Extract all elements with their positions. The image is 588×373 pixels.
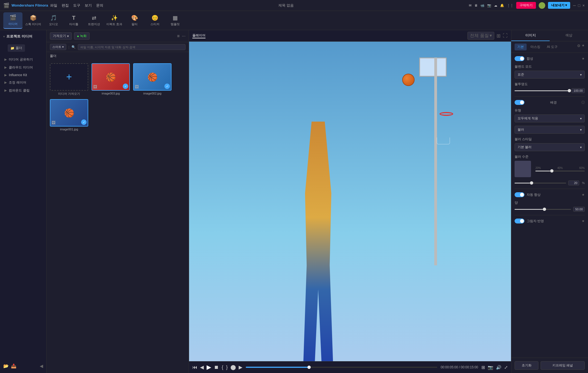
image002-thumb[interactable]: 🏀 🖼 ✓: [133, 63, 172, 91]
filter-sort-icon[interactable]: ≡: [177, 34, 179, 39]
selected-check-icon-2: ✓: [164, 84, 170, 89]
progress-thumb[interactable]: [307, 366, 311, 369]
sidebar-item-compound-clip[interactable]: ▶ 컴파운드 클립: [0, 87, 46, 94]
blur-level-track[interactable]: [535, 171, 585, 171]
import-button[interactable]: 가져오기 ▾: [50, 32, 72, 40]
amount-thumb[interactable]: [543, 208, 546, 211]
tool-stock[interactable]: 📦 스톡 미디어: [24, 12, 43, 29]
apps-icon[interactable]: ⋮⋮: [507, 4, 513, 7]
search-input[interactable]: [78, 44, 185, 50]
subtab-masking[interactable]: 마스킹: [528, 44, 543, 50]
tool-title[interactable]: T 타이틀: [64, 12, 83, 29]
playback-controls: ⏮ ◀ ▶ ⏹ { } ⬤ ▶: [192, 364, 242, 371]
tool-effect[interactable]: ✨ 이펙트 효과: [105, 12, 124, 29]
tab-player[interactable]: 플레이어: [192, 33, 205, 38]
blend-mode-section: 블렌드 모드 표준 ▾: [515, 64, 585, 79]
add-folder-icon[interactable]: 📂: [3, 363, 9, 369]
import-icon[interactable]: 📥: [11, 363, 16, 369]
skip-back-icon[interactable]: ⏮: [192, 365, 197, 370]
tool-template[interactable]: ▦ 템플릿: [165, 12, 185, 29]
maximize-button[interactable]: □: [578, 3, 580, 8]
tool-transition[interactable]: ⇄ 트랜지션: [84, 12, 104, 29]
bracket-out-icon[interactable]: }: [226, 365, 228, 370]
subtab-ai-tools[interactable]: AI 도구: [544, 44, 560, 50]
collapse-sidebar-icon[interactable]: ◀: [40, 363, 43, 369]
background-toggle[interactable]: [515, 100, 524, 105]
frame-back-icon[interactable]: ◀: [200, 364, 204, 370]
chevron-right-icon: ▶: [4, 58, 7, 61]
blur-full-thumb[interactable]: [530, 181, 533, 185]
menu-file[interactable]: 파일: [50, 3, 57, 8]
import-thumb[interactable]: +: [50, 63, 88, 91]
title-text-icon: T: [72, 15, 75, 21]
menu-tools[interactable]: 도구: [73, 3, 80, 8]
menu-view[interactable]: 보기: [85, 3, 92, 8]
mail-icon[interactable]: ✉: [469, 4, 472, 7]
quality-select[interactable]: 전체 품질 ▾: [467, 32, 494, 40]
cloud-icon[interactable]: ☁: [494, 4, 497, 7]
bg-style-section: 블러 ▾: [515, 126, 585, 134]
shadow-toggle[interactable]: [515, 219, 524, 223]
export-button[interactable]: 내보내기 ▾: [548, 2, 570, 9]
volume-icon[interactable]: 🔊: [496, 365, 501, 370]
play-button[interactable]: ▶: [207, 364, 211, 371]
mark-in-icon[interactable]: ⬤: [230, 364, 236, 370]
sidebar-item-cloud-media[interactable]: ▶ 클라우드 미디어: [0, 64, 46, 71]
blur-full-track[interactable]: [515, 183, 566, 183]
keyframe-panel-button[interactable]: 키프레임 패널: [541, 361, 585, 370]
bracket-in-icon[interactable]: {: [222, 365, 223, 370]
image002-label: image002.jpg: [143, 92, 161, 95]
opacity-thumb[interactable]: [568, 89, 571, 92]
minimize-button[interactable]: ─: [573, 3, 576, 8]
import-label-text: 미디어 가져오기: [58, 92, 80, 96]
blur-level-thumb[interactable]: [550, 169, 553, 173]
stop-button[interactable]: ⏹: [214, 365, 219, 370]
close-button[interactable]: ×: [583, 3, 585, 8]
screen-record-icon[interactable]: 📹: [480, 4, 484, 7]
blur-style-dropdown[interactable]: 블러 ▾: [515, 126, 585, 134]
tool-filter[interactable]: 🎨 필터: [125, 12, 144, 29]
frame-forward-icon[interactable]: ▶: [239, 364, 242, 370]
snapshot-icon[interactable]: 📷: [487, 4, 491, 7]
resize-preview-icon[interactable]: ⤢: [504, 365, 508, 370]
subtab-basic[interactable]: 기본: [515, 44, 527, 50]
timeline-progress-bar[interactable]: [246, 367, 437, 368]
image001-thumb[interactable]: 🏀 🖼 ✓: [50, 99, 88, 127]
more-options-icon[interactable]: ···: [182, 34, 185, 39]
buy-button[interactable]: 구매하기: [516, 2, 536, 9]
reset-button[interactable]: 초기화: [515, 361, 538, 370]
tool-sticker[interactable]: 😊 스티커: [145, 12, 164, 29]
sidebar-item-adjust-layer[interactable]: ▶ 조정 레이어: [0, 79, 46, 87]
user-avatar[interactable]: [539, 2, 545, 9]
blur-style-value-dropdown[interactable]: 기본 블러 ▾: [515, 143, 585, 151]
preview-tabs: 플레이어: [192, 33, 205, 38]
menu-edit[interactable]: 편집: [62, 3, 69, 8]
auto-enhance-toggle[interactable]: [515, 192, 524, 197]
grid-view-icon[interactable]: ⊞: [496, 33, 501, 39]
safe-area-icon[interactable]: ⊞: [481, 365, 485, 370]
amount-track[interactable]: [515, 209, 571, 210]
blend-mode-dropdown[interactable]: 표준 ▾: [515, 71, 585, 79]
notification-icon[interactable]: 🔔: [500, 4, 504, 7]
monitor-icon[interactable]: 🖥: [474, 4, 478, 7]
tool-audio[interactable]: 🎵 오디오: [44, 12, 63, 29]
menu-help[interactable]: 문의: [96, 3, 103, 8]
sidebar-item-media-share[interactable]: ▶ 미디어 공유하기: [0, 56, 46, 64]
image003-thumb[interactable]: 🏀 🖼 ✓: [92, 63, 130, 91]
sidebar-project-media[interactable]: ▾ 프로젝트 미디어: [0, 32, 46, 41]
fullscreen-icon[interactable]: ⛶: [503, 33, 508, 39]
blend-toggle[interactable]: [515, 56, 524, 61]
tool-media[interactable]: 🎬 미디어: [3, 12, 22, 29]
tab-color[interactable]: 색상: [550, 30, 588, 41]
tab-image[interactable]: 이미지: [511, 30, 550, 41]
record-button[interactable]: ● 녹화: [74, 32, 90, 40]
sidebar-item-influence-kit[interactable]: ▶ Influence Kit: [0, 71, 46, 79]
bg-type-dropdown[interactable]: 모두에게 적용 ▾: [515, 114, 585, 122]
smart-filter-button[interactable]: 스마트 ▾: [50, 44, 66, 50]
opacity-track[interactable]: [515, 90, 569, 91]
media-grid: + 미디어 가져오기 🏀 🖼 ✓ image003.jpg: [47, 60, 189, 373]
right-settings-icon[interactable]: ⚙: [577, 44, 581, 50]
background-info-icon[interactable]: ⓘ: [581, 100, 585, 105]
snapshot-preview-icon[interactable]: 📷: [488, 365, 493, 370]
folder-button[interactable]: 📁 폴더: [8, 44, 25, 52]
